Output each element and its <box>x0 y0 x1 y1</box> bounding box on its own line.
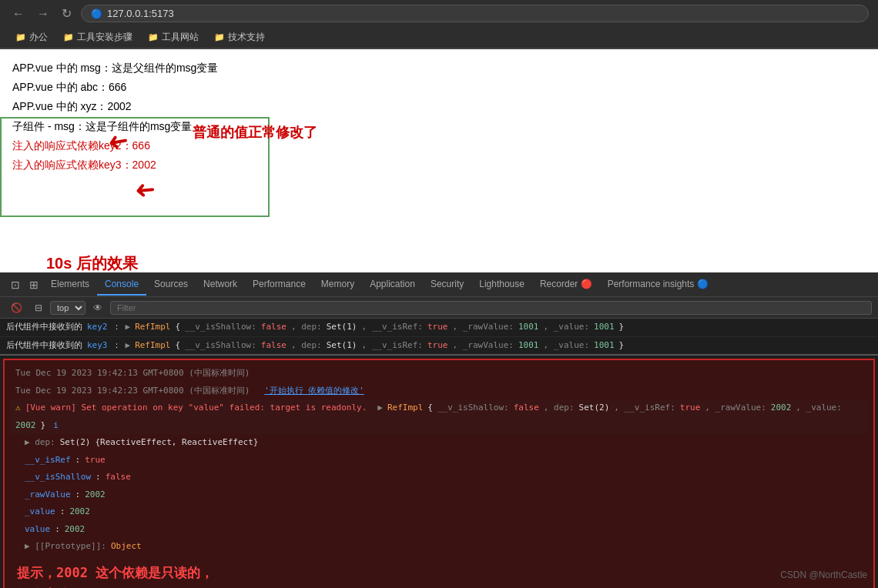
hint-area: 提示，2002 这个依赖是只读的， 修改失败！ <box>9 556 869 589</box>
watermark: CSDN @NorthCastle <box>780 570 867 580</box>
content-area: APP.vue 中的 msg：这是父组件的msg变量 APP.vue 中的 ab… <box>12 58 866 175</box>
back-button[interactable]: ← <box>9 5 28 22</box>
bookmark-toolsite[interactable]: 📁 工具网站 <box>142 29 205 45</box>
lock-icon: 🔵 <box>91 8 102 19</box>
warn-text: [Vue warn] Set operation on key "value" … <box>25 402 367 415</box>
isref-line: __v_isRef : true <box>9 452 869 469</box>
warning-line: ⚠ [Vue warn] Set operation on key "value… <box>9 399 869 434</box>
value2-line: value : 2002 <box>9 521 869 539</box>
context-selector[interactable]: top <box>50 301 85 315</box>
forward-button[interactable]: → <box>34 5 52 22</box>
filter-input[interactable] <box>110 301 872 315</box>
console-output: 后代组件中接收到的 key2 ： ▶ RefImpl { __v_isShall… <box>0 319 878 588</box>
console-line-key3: 后代组件中接收到的 key3 ： ▶ RefImpl { __v_isShall… <box>0 337 878 356</box>
devtools-dock-button[interactable]: ⊞ <box>25 276 43 294</box>
eye-icon-button[interactable]: 👁 <box>89 301 107 315</box>
isshallow-line: __v_isShallow : false <box>9 469 869 486</box>
prototype-line: ▶ [[Prototype]]: Object <box>9 538 869 556</box>
rawvalue-line: _rawValue : 2002 <box>9 486 869 504</box>
tab-security[interactable]: Security <box>423 274 471 296</box>
tab-memory[interactable]: Memory <box>313 274 362 296</box>
effect-label: 10s 后的效果 <box>46 253 138 272</box>
bookmark-office[interactable]: 📁 办公 <box>9 29 54 45</box>
bookmark-label: 工具安装步骤 <box>77 31 132 44</box>
tab-sources[interactable]: Sources <box>146 274 196 296</box>
line2: APP.vue 中的 abc：666 <box>12 78 866 97</box>
dep-line: ▶ dep: Set(2) {ReactiveEffect, ReactiveE… <box>9 434 869 452</box>
tab-recorder[interactable]: Recorder 🔴 <box>532 274 600 296</box>
tab-application[interactable]: Application <box>362 274 423 296</box>
line4: 子组件 - msg：这是子组件的msg变量 <box>12 117 866 136</box>
line3: APP.vue 中的 xyz：2002 <box>12 97 866 116</box>
bookmark-label: 办公 <box>29 31 48 44</box>
devtools-toggle-button[interactable]: ⊡ <box>6 276 25 294</box>
main-content: APP.vue 中的 msg：这是父组件的msg变量 APP.vue 中的 ab… <box>0 49 878 272</box>
bookmark-tools[interactable]: 📁 工具安装步骤 <box>57 29 139 45</box>
warn-icon: ⚠ <box>15 402 21 415</box>
error-section: Tue Dec 19 2023 19:42:13 GMT+0800 (中国标准时… <box>3 359 875 588</box>
browser-chrome: ← → ↻ 🔵 127.0.0.1:5173 📁 办公 📁 工具安装步骤 📁 工… <box>0 0 878 49</box>
address-bar[interactable]: 🔵 127.0.0.1:5173 <box>81 5 869 22</box>
devtools-panel: ⊡ ⊞ Elements Console Sources Network Per… <box>0 272 878 588</box>
browser-nav: ← → ↻ 🔵 127.0.0.1:5173 <box>0 0 878 27</box>
folder-icon: 📁 <box>214 32 225 42</box>
tab-performance-insights[interactable]: Performance insights 🔵 <box>600 274 716 296</box>
tab-elements[interactable]: Elements <box>43 274 97 296</box>
hint-text: 提示，2002 这个依赖是只读的， 修改失败！ <box>17 562 869 589</box>
timestamp-line1: Tue Dec 19 2023 19:42:13 GMT+0800 (中国标准时… <box>9 365 869 383</box>
line5: 注入的响应式依赖key2：666 <box>12 136 866 155</box>
tab-performance[interactable]: Performance <box>245 274 313 296</box>
line1: APP.vue 中的 msg：这是父组件的msg变量 <box>12 58 866 78</box>
bookmark-support[interactable]: 📁 技术支持 <box>208 29 271 45</box>
line6: 注入的响应式依赖key3：2002 <box>12 155 866 175</box>
clear-console-button[interactable]: 🚫 <box>6 301 27 315</box>
tab-network[interactable]: Network <box>196 274 245 296</box>
tab-console[interactable]: Console <box>97 274 146 296</box>
bookmark-label: 工具网站 <box>162 31 199 44</box>
toggle-sidebar-button[interactable]: ⊟ <box>30 301 47 315</box>
bookmarks-bar: 📁 办公 📁 工具安装步骤 📁 工具网站 📁 技术支持 <box>0 27 878 48</box>
folder-icon: 📁 <box>15 32 26 42</box>
log-link[interactable]: '开始执行 依赖值的修改' <box>264 385 364 398</box>
devtools-tabs: ⊡ ⊞ Elements Console Sources Network Per… <box>0 272 878 297</box>
url-text: 127.0.0.1:5173 <box>107 8 174 19</box>
value-line: _value : 2002 <box>9 503 869 521</box>
arrow2: ➜ <box>133 175 156 206</box>
tab-lighthouse[interactable]: Lighthouse <box>471 274 532 296</box>
bookmark-label: 技术支持 <box>228 31 265 44</box>
console-line-key2: 后代组件中接收到的 key2 ： ▶ RefImpl { __v_isShall… <box>0 319 878 337</box>
refresh-button[interactable]: ↻ <box>59 5 75 22</box>
folder-icon: 📁 <box>148 32 159 42</box>
timestamp-line2: Tue Dec 19 2023 19:42:23 GMT+0800 (中国标准时… <box>9 383 869 400</box>
console-toolbar: 🚫 ⊟ top 👁 <box>0 297 878 319</box>
folder-icon: 📁 <box>63 32 74 42</box>
